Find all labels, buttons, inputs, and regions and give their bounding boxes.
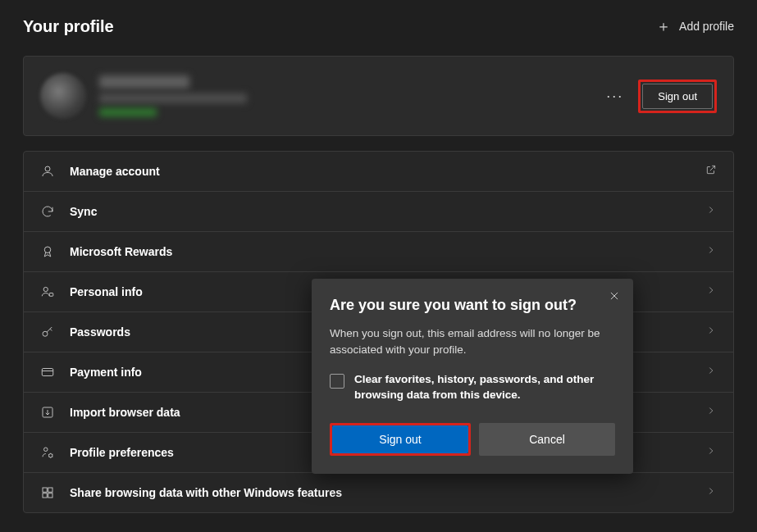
sign-out-button[interactable]: Sign out	[642, 84, 713, 109]
chevron-right-icon	[705, 485, 717, 500]
settings-item-manage-account[interactable]: Manage account	[24, 152, 733, 192]
sign-out-dialog: Are you sure you want to sign out? When …	[312, 279, 633, 474]
svg-rect-12	[48, 493, 52, 498]
medal-icon	[40, 244, 55, 259]
close-button[interactable]	[609, 290, 620, 305]
cancel-button[interactable]: Cancel	[479, 423, 615, 456]
settings-item-label: Payment info	[70, 366, 142, 379]
profile-info-blurred	[99, 75, 247, 116]
chevron-right-icon	[705, 244, 717, 259]
profile-card: ··· Sign out	[23, 56, 734, 136]
external-link-icon	[705, 164, 717, 179]
clear-data-checkbox[interactable]	[330, 374, 344, 389]
settings-item-label: Import browser data	[70, 406, 180, 419]
settings-item-microsoft-rewards[interactable]: Microsoft Rewards	[24, 232, 733, 272]
settings-item-label: Microsoft Rewards	[70, 245, 172, 258]
signout-confirm-highlight: Sign out	[330, 423, 471, 456]
credit-card-icon	[40, 365, 55, 380]
more-options-button[interactable]: ···	[606, 88, 623, 105]
svg-point-2	[43, 287, 48, 291]
svg-rect-10	[48, 488, 52, 492]
preferences-icon	[40, 445, 55, 460]
person-card-icon	[40, 284, 55, 299]
svg-point-0	[45, 166, 50, 171]
sign-out-confirm-button[interactable]: Sign out	[332, 425, 468, 453]
add-profile-button[interactable]: ＋ Add profile	[656, 16, 734, 36]
dialog-body: When you sign out, this email address wi…	[330, 325, 615, 357]
windows-icon	[40, 485, 55, 500]
settings-item-label: Personal info	[70, 285, 143, 298]
settings-item-share-browsing-data[interactable]: Share browsing data with other Windows f…	[24, 473, 733, 512]
clear-data-checkbox-label: Clear favorites, history, passwords, and…	[354, 372, 615, 403]
svg-rect-9	[43, 488, 47, 492]
svg-point-7	[44, 448, 48, 452]
chevron-right-icon	[705, 284, 717, 299]
settings-item-label: Share browsing data with other Windows f…	[70, 486, 342, 499]
settings-item-label: Passwords	[70, 325, 130, 339]
chevron-right-icon	[705, 365, 717, 380]
chevron-right-icon	[705, 325, 717, 339]
plus-icon: ＋	[656, 16, 671, 36]
dialog-title: Are you sure you want to sign out?	[330, 297, 615, 314]
svg-rect-3	[49, 293, 53, 297]
settings-item-label: Profile preferences	[70, 446, 174, 459]
chevron-right-icon	[705, 204, 717, 219]
avatar	[40, 73, 86, 119]
settings-item-sync[interactable]: Sync	[24, 192, 733, 232]
import-icon	[40, 405, 55, 420]
person-icon	[40, 164, 55, 179]
settings-item-label: Manage account	[70, 165, 160, 178]
svg-point-8	[49, 454, 53, 458]
chevron-right-icon	[705, 405, 717, 420]
page-title: Your profile	[23, 17, 114, 36]
svg-point-4	[43, 331, 48, 336]
svg-rect-11	[43, 493, 47, 498]
chevron-right-icon	[705, 445, 717, 460]
sync-icon	[40, 204, 55, 219]
signout-highlight: Sign out	[638, 80, 717, 113]
svg-point-1	[44, 247, 51, 253]
settings-item-label: Sync	[70, 205, 97, 218]
svg-rect-5	[42, 369, 53, 376]
add-profile-label: Add profile	[679, 20, 734, 33]
key-icon	[40, 325, 55, 339]
